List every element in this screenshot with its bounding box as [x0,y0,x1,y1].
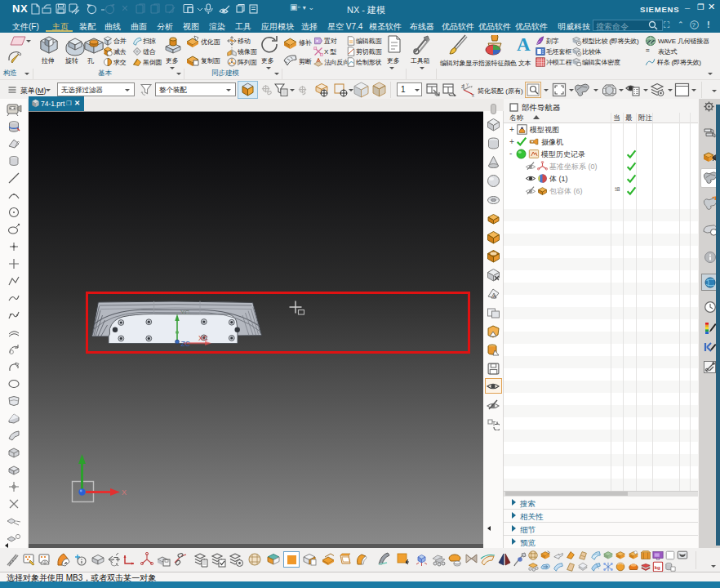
svg-text:Z: Z [461,85,464,89]
svg-text:X: X [472,94,474,97]
svg-text:XC: XC [198,334,208,342]
svg-text:ZC: ZC [181,340,190,348]
svg-text:A: A [493,294,496,299]
svg-text:kg: kg [655,564,660,570]
svg-text:X: X [122,488,127,497]
svg-text:Y: Y [466,83,469,87]
svg-text:YC: YC [180,309,189,316]
